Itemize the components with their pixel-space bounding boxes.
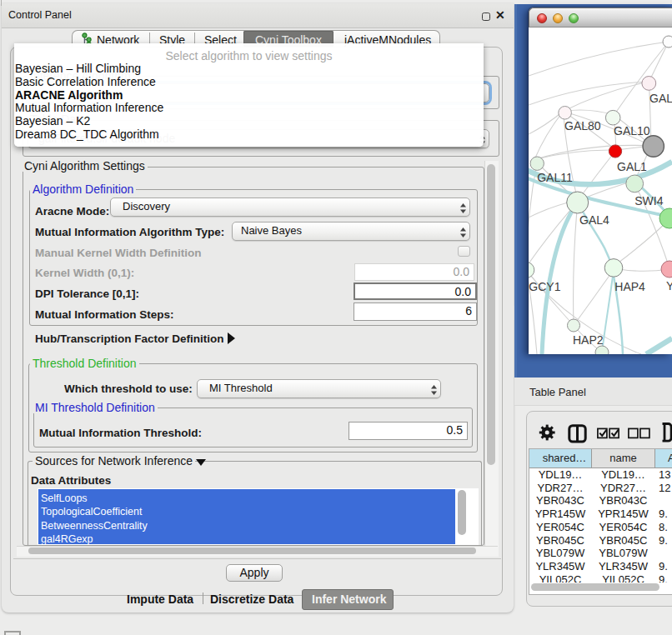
svg-text:GAL10: GAL10 xyxy=(614,124,650,138)
svg-text:GAL1: GAL1 xyxy=(617,160,647,173)
svg-text:HAP4: HAP4 xyxy=(614,280,645,293)
svg-text:GAL4: GAL4 xyxy=(579,213,609,227)
svg-text:GAL80: GAL80 xyxy=(564,119,601,132)
svg-text:GCY1: GCY1 xyxy=(529,280,560,293)
svg-text:GAL8: GAL8 xyxy=(649,92,672,105)
svg-text:SWI4: SWI4 xyxy=(634,194,663,208)
svg-text:GAL11: GAL11 xyxy=(537,171,573,184)
svg-text:Y: Y xyxy=(666,279,672,292)
svg-text:HAP2: HAP2 xyxy=(573,333,604,347)
